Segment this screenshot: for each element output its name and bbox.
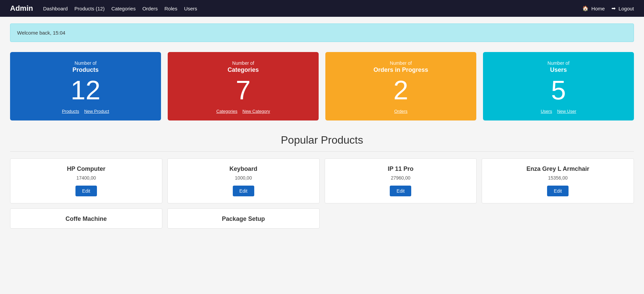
main-content: Welcome back, 15:04 Number ofProducts12P… — [0, 17, 644, 235]
product-name: IP 11 Pro — [332, 165, 470, 173]
edit-button[interactable]: Edit — [547, 186, 569, 196]
orders-link[interactable]: Orders — [394, 109, 408, 114]
edit-button[interactable]: Edit — [233, 186, 254, 196]
partial-product-name: Coffe Machine — [17, 215, 155, 223]
product-price: 17400,00 — [17, 175, 155, 181]
product-card-partial: Package Setup — [167, 208, 320, 229]
product-price: 1000,00 — [174, 175, 313, 181]
stat-card-blue: Number ofProducts12ProductsNew Product — [10, 52, 161, 120]
stat-number-2: 2 — [332, 77, 470, 104]
product-card: IP 11 Pro27960,00Edit — [325, 158, 477, 203]
new-user-link[interactable]: New User — [557, 109, 576, 114]
edit-button[interactable]: Edit — [75, 186, 97, 196]
nav-products[interactable]: Products (12) — [74, 6, 105, 11]
users-link[interactable]: Users — [541, 109, 552, 114]
product-name: Enza Grey L Armchair — [489, 165, 627, 173]
popular-products-title: Popular Products — [10, 134, 634, 146]
stat-links-0: ProductsNew Product — [17, 109, 154, 114]
stat-label-3: Number of — [490, 60, 627, 66]
stat-links-1: CategoriesNew Category — [174, 109, 312, 114]
stat-number-0: 12 — [17, 77, 154, 104]
stat-card-yellow: Number ofOrders in Progress2Orders — [325, 52, 476, 120]
nav-users[interactable]: Users — [184, 6, 197, 11]
stat-card-cyan: Number ofUsers5UsersNew User — [483, 52, 634, 120]
welcome-banner: Welcome back, 15:04 — [10, 23, 634, 42]
stat-links-2: Orders — [332, 109, 470, 114]
home-link[interactable]: Home — [582, 5, 605, 11]
stat-card-red: Number ofCategories7CategoriesNew Catego… — [168, 52, 319, 120]
new-category-link[interactable]: New Category — [243, 109, 270, 114]
product-name: Keyboard — [174, 165, 313, 173]
stat-title-0: Products — [17, 66, 154, 74]
stat-title-3: Users — [490, 66, 627, 74]
product-card: Keyboard1000,00Edit — [167, 158, 320, 203]
product-card: Enza Grey L Armchair15356,00Edit — [482, 158, 634, 203]
new-product-link[interactable]: New Product — [84, 109, 109, 114]
product-card: HP Computer17400,00Edit — [10, 158, 162, 203]
stat-links-3: UsersNew User — [490, 109, 627, 114]
stat-label-2: Number of — [332, 60, 470, 66]
navbar: Admin DashboardProducts (12)CategoriesOr… — [0, 0, 644, 17]
nav-roles[interactable]: Roles — [164, 6, 177, 11]
product-price: 27960,00 — [332, 175, 470, 181]
logout-icon — [611, 5, 617, 11]
edit-button[interactable]: Edit — [390, 186, 411, 196]
stat-label-1: Number of — [174, 60, 312, 66]
welcome-message: Welcome back, 15:04 — [17, 30, 65, 36]
product-name: HP Computer — [17, 165, 155, 173]
section-divider — [10, 151, 634, 152]
nav-brand: Admin — [10, 4, 33, 13]
products-grid: HP Computer17400,00EditKeyboard1000,00Ed… — [10, 158, 634, 203]
logout-label: Logout — [619, 6, 634, 11]
nav-categories[interactable]: Categories — [111, 6, 136, 11]
stat-label-0: Number of — [17, 60, 154, 66]
home-label: Home — [591, 6, 605, 11]
nav-orders[interactable]: Orders — [142, 6, 158, 11]
stat-number-3: 5 — [490, 77, 627, 104]
partial-product-name: Package Setup — [174, 215, 313, 223]
nav-right: Home Logout — [582, 5, 634, 11]
product-card-partial: Coffe Machine — [10, 208, 162, 229]
stat-title-2: Orders in Progress — [332, 66, 470, 74]
categories-link[interactable]: Categories — [216, 109, 237, 114]
stat-number-1: 7 — [174, 77, 312, 104]
products-grid-partial: Coffe MachinePackage Setup — [10, 208, 634, 229]
product-price: 15356,00 — [489, 175, 627, 181]
nav-links: DashboardProducts (12)CategoriesOrdersRo… — [43, 6, 572, 11]
home-icon — [582, 5, 590, 11]
products-link[interactable]: Products — [62, 109, 79, 114]
logout-link[interactable]: Logout — [611, 5, 634, 11]
stats-grid: Number ofProducts12ProductsNew ProductNu… — [10, 52, 634, 120]
nav-dashboard[interactable]: Dashboard — [43, 6, 67, 11]
stat-title-1: Categories — [174, 66, 312, 74]
